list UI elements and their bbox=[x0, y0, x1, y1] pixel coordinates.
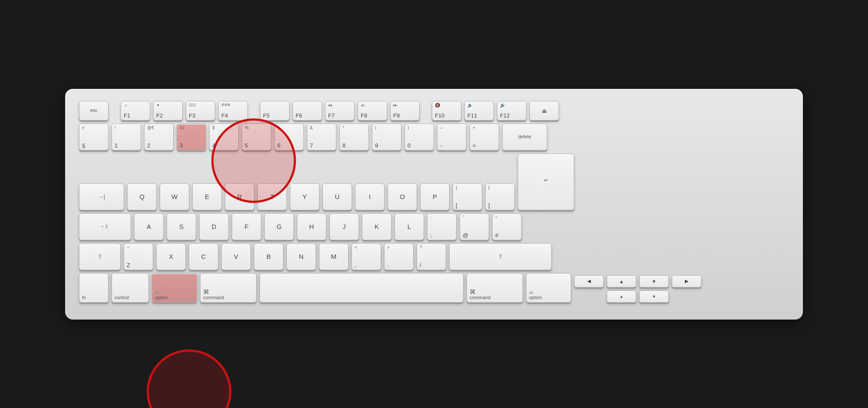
key-slash[interactable]: ? / bbox=[417, 243, 446, 270]
key-5[interactable]: % 5 bbox=[242, 124, 271, 150]
key-arrow-down-top[interactable]: ▼ bbox=[639, 275, 669, 287]
key-f1[interactable]: ☼ F1 bbox=[121, 101, 150, 121]
key-b[interactable]: B bbox=[254, 243, 283, 270]
key-arrow-up[interactable]: ▲ bbox=[607, 275, 636, 287]
key-f11[interactable]: 🔉 F11 bbox=[464, 101, 494, 121]
key-e[interactable]: E bbox=[192, 183, 222, 210]
key-eject-icon: ⏏ bbox=[542, 108, 547, 114]
key-u[interactable]: U bbox=[322, 183, 352, 210]
key-f5[interactable]: F5 bbox=[260, 101, 289, 121]
key-c[interactable]: C bbox=[189, 243, 218, 270]
key-y[interactable]: Y bbox=[290, 183, 319, 210]
key-i[interactable]: I bbox=[355, 183, 385, 210]
key-esc[interactable]: esc bbox=[79, 101, 108, 121]
key-comma-top: < bbox=[355, 245, 357, 250]
key-o[interactable]: O bbox=[388, 183, 417, 210]
key-semicolon[interactable]: : ; bbox=[427, 213, 457, 240]
key-r[interactable]: R bbox=[225, 183, 254, 210]
key-hash-bottom: # bbox=[495, 232, 498, 238]
key-c-label: C bbox=[201, 253, 206, 260]
key-return[interactable]: ↵ bbox=[518, 153, 574, 210]
key-semicolon-bottom: ; bbox=[430, 232, 432, 238]
key-f10[interactable]: 🔇 F10 bbox=[432, 101, 461, 121]
key-0[interactable]: ) 0 bbox=[404, 124, 434, 150]
key-f6[interactable]: F6 bbox=[293, 101, 322, 121]
key-section[interactable]: ± § bbox=[79, 124, 108, 150]
key-arrow-up-bottom[interactable]: ▲ bbox=[607, 290, 636, 303]
key-minus[interactable]: – - bbox=[437, 124, 467, 150]
key-delete[interactable]: delete bbox=[502, 124, 547, 150]
key-l[interactable]: L bbox=[395, 213, 424, 240]
key-j[interactable]: J bbox=[329, 213, 359, 240]
key-equals-bottom: = bbox=[473, 143, 476, 148]
arrow-cluster: ◀ ▲ ▼ ▶ ▲ bbox=[574, 275, 701, 303]
key-lbracket-bottom: [ bbox=[456, 202, 457, 208]
key-space[interactable] bbox=[260, 273, 464, 303]
key-m[interactable]: M bbox=[319, 243, 349, 270]
key-f10-icon: 🔇 bbox=[435, 103, 440, 108]
key-z[interactable]: ~ Z bbox=[124, 243, 153, 270]
key-2[interactable]: @€ 2 bbox=[144, 124, 174, 150]
key-f8[interactable]: ⏯ F8 bbox=[358, 101, 387, 121]
key-w[interactable]: W bbox=[160, 183, 189, 210]
key-f3[interactable]: ⊡⊡ F3 bbox=[186, 101, 215, 121]
key-p[interactable]: P bbox=[420, 183, 450, 210]
key-f[interactable]: F bbox=[232, 213, 261, 240]
key-option-right-label: option bbox=[529, 295, 542, 300]
key-eject[interactable]: ⏏ bbox=[529, 101, 559, 121]
key-hash[interactable]: ~ # bbox=[492, 213, 522, 240]
key-slash-bottom: / bbox=[420, 262, 421, 268]
key-d[interactable]: D bbox=[199, 213, 229, 240]
key-f9[interactable]: ⏭ F9 bbox=[390, 101, 420, 121]
key-section-top: ± bbox=[82, 126, 85, 130]
key-7[interactable]: & 7 bbox=[307, 124, 336, 150]
key-f2-label: F2 bbox=[156, 113, 163, 118]
key-command-right[interactable]: ⌘ command bbox=[467, 273, 523, 303]
key-f7[interactable]: ⏮ F7 bbox=[325, 101, 355, 121]
key-k-label: K bbox=[375, 223, 379, 230]
key-comma[interactable]: < , bbox=[352, 243, 381, 270]
key-quote[interactable]: " @ bbox=[460, 213, 489, 240]
key-up-icon-b: ▲ bbox=[607, 291, 636, 302]
key-q[interactable]: Q bbox=[127, 183, 157, 210]
key-3[interactable]: £# 3 bbox=[177, 124, 206, 150]
key-right-icon: ▶ bbox=[672, 276, 701, 287]
key-f4[interactable]: ⊞⊞⊞ F4 bbox=[218, 101, 248, 121]
key-rbracket[interactable]: } ] bbox=[485, 183, 515, 210]
key-lshift[interactable]: ⇧ bbox=[79, 243, 121, 270]
key-fn[interactable]: fn bbox=[79, 273, 108, 303]
key-v[interactable]: V bbox=[221, 243, 251, 270]
key-9[interactable]: ( 9 bbox=[372, 124, 401, 150]
key-n[interactable]: N bbox=[286, 243, 316, 270]
key-h[interactable]: H bbox=[297, 213, 326, 240]
key-f2[interactable]: ✦ F2 bbox=[153, 101, 183, 121]
key-arrow-down-bottom[interactable]: ▼ bbox=[639, 290, 669, 303]
key-b-label: B bbox=[266, 253, 271, 260]
key-option-right[interactable]: alt option bbox=[526, 273, 571, 303]
key-period[interactable]: > . bbox=[384, 243, 414, 270]
key-arrow-left[interactable]: ◀ bbox=[574, 275, 604, 287]
key-caps[interactable]: • ⇪ bbox=[79, 213, 131, 240]
key-lbracket[interactable]: { [ bbox=[453, 183, 482, 210]
key-1[interactable]: ! 1 bbox=[112, 124, 141, 150]
key-g[interactable]: G bbox=[264, 213, 294, 240]
key-rshift[interactable]: ⇧ bbox=[449, 243, 552, 270]
key-8[interactable]: * 8 bbox=[339, 124, 369, 150]
key-option-left[interactable]: alt option bbox=[152, 273, 197, 303]
key-6[interactable]: ^ 6 bbox=[274, 124, 304, 150]
key-p-label: P bbox=[433, 193, 437, 200]
key-s[interactable]: S bbox=[167, 213, 196, 240]
key-x[interactable]: X bbox=[156, 243, 186, 270]
key-arrow-right[interactable]: ▶ bbox=[672, 275, 701, 287]
key-k[interactable]: K bbox=[362, 213, 391, 240]
key-equals[interactable]: + = bbox=[470, 124, 499, 150]
key-g-label: G bbox=[276, 223, 282, 230]
key-4[interactable]: $ 4 bbox=[209, 124, 239, 150]
key-control[interactable]: control bbox=[112, 273, 149, 303]
key-t[interactable]: T bbox=[257, 183, 287, 210]
key-tab[interactable]: →| bbox=[79, 183, 124, 210]
key-a[interactable]: A bbox=[134, 213, 164, 240]
key-command-left[interactable]: ⌘ command bbox=[200, 273, 256, 303]
key-lbracket-top: { bbox=[456, 186, 457, 190]
key-f12[interactable]: 🔊 F12 bbox=[497, 101, 526, 121]
